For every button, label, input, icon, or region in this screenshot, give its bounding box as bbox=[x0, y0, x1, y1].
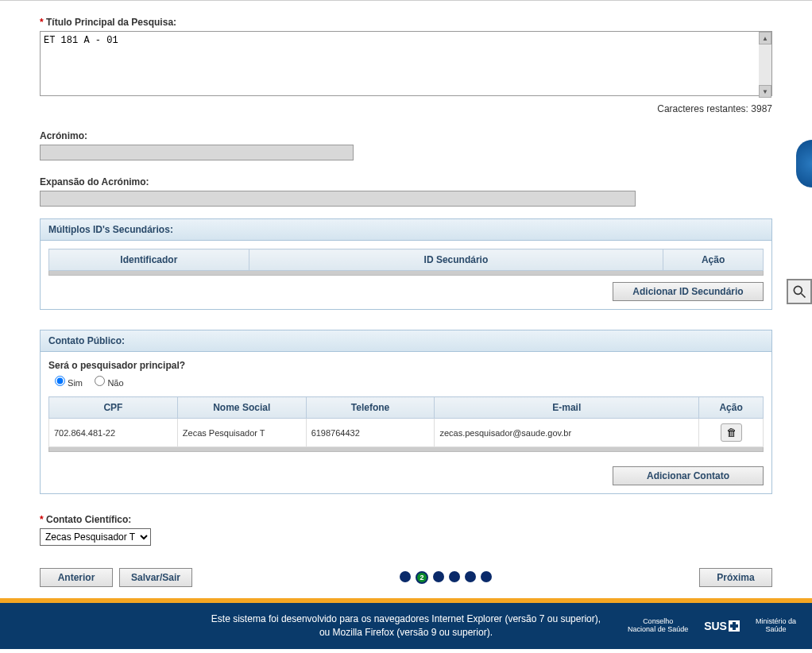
step-5[interactable] bbox=[465, 571, 476, 582]
expansao-label: Expansão do Acrónimo: bbox=[40, 176, 772, 187]
footer-line2: ou Mozilla Firefox (versão 9 ou superior… bbox=[211, 626, 601, 639]
step-2[interactable]: 2 bbox=[416, 571, 428, 584]
cell-email: zecas.pesquisador@saude.gov.br bbox=[435, 419, 699, 447]
expansao-input[interactable] bbox=[40, 191, 636, 207]
svg-line-1 bbox=[802, 294, 806, 298]
magnifier-icon bbox=[791, 284, 807, 299]
contato-cientifico-select[interactable]: Zecas Pesquisador T bbox=[40, 528, 151, 546]
multiplos-table: Identificador ID Secundário Ação bbox=[48, 249, 764, 271]
zoom-widget[interactable] bbox=[787, 279, 812, 304]
col-email: E-mail bbox=[435, 397, 699, 419]
cell-nome: Zecas Pesquisador T bbox=[177, 419, 306, 447]
col-tel: Telefone bbox=[306, 397, 435, 419]
contato-table: CPF Nome Social Telefone E-mail Ação 702… bbox=[48, 396, 764, 447]
multiplos-title: Múltiplos ID's Secundários: bbox=[41, 219, 771, 241]
add-contato-button[interactable]: Adicionar Contato bbox=[613, 466, 764, 485]
col-cpf: CPF bbox=[49, 397, 178, 419]
plus-icon bbox=[729, 620, 740, 632]
proxima-button[interactable]: Próxima bbox=[699, 568, 772, 587]
contato-publico-panel: Contato Público: Será o pesquisador prin… bbox=[40, 330, 772, 494]
radio-sim-label[interactable]: Sim bbox=[55, 378, 83, 388]
delete-row-button[interactable]: 🗑 bbox=[721, 423, 742, 442]
step-6[interactable] bbox=[481, 571, 492, 582]
titulo-textarea[interactable]: ET 181 A - 01 bbox=[40, 31, 772, 96]
step-4[interactable] bbox=[449, 571, 460, 582]
cell-tel: 6198764432 bbox=[306, 419, 435, 447]
titulo-label: * Título Principal da Pesquisa: bbox=[40, 17, 772, 28]
scroll-up-icon[interactable]: ▲ bbox=[759, 32, 771, 44]
col-acao: Ação bbox=[663, 249, 764, 271]
logo-conselho: ConselhoNacional de Saúde bbox=[628, 618, 688, 634]
footer-line1: Este sistema foi desenvolvido para os na… bbox=[211, 612, 601, 626]
principal-question: Será o pesquisador principal? bbox=[48, 360, 764, 371]
step-3[interactable] bbox=[433, 571, 444, 582]
contato-publico-title: Contato Público: bbox=[41, 330, 771, 352]
scroll-down-icon[interactable]: ▼ bbox=[759, 85, 771, 98]
acronimo-label: Acrónimo: bbox=[40, 130, 772, 141]
logo-sus: SUS bbox=[704, 620, 740, 632]
svg-point-0 bbox=[794, 286, 802, 294]
anterior-button[interactable]: Anterior bbox=[40, 568, 113, 587]
footer: Este sistema foi desenvolvido para os na… bbox=[0, 603, 812, 649]
col-acao2: Ação bbox=[699, 397, 764, 419]
radio-nao-label[interactable]: Não bbox=[95, 378, 123, 388]
col-id-sec: ID Secundário bbox=[249, 249, 663, 271]
table-row: 702.864.481-22 Zecas Pesquisador T 61987… bbox=[49, 419, 764, 447]
col-nome: Nome Social bbox=[177, 397, 306, 419]
step-indicator: 2 bbox=[400, 571, 492, 584]
side-widget[interactable] bbox=[796, 140, 812, 187]
radio-sim[interactable] bbox=[55, 376, 65, 386]
trash-icon: 🗑 bbox=[726, 427, 737, 439]
radio-nao[interactable] bbox=[95, 376, 105, 386]
col-identificador: Identificador bbox=[49, 249, 249, 271]
char-count: Caracteres restantes: 3987 bbox=[40, 103, 772, 114]
step-1[interactable] bbox=[400, 571, 411, 582]
textarea-scrollbar[interactable]: ▲ ▼ bbox=[759, 32, 771, 98]
multiplos-panel: Múltiplos ID's Secundários: Identificado… bbox=[40, 218, 772, 310]
contato-cientifico-label: * Contato Científico: bbox=[40, 514, 772, 525]
logo-ministerio: Ministério daSaúde bbox=[756, 618, 796, 634]
add-id-button[interactable]: Adicionar ID Secundário bbox=[613, 282, 764, 301]
acronimo-input[interactable] bbox=[40, 145, 354, 160]
salvar-button[interactable]: Salvar/Sair bbox=[119, 568, 192, 587]
cell-cpf: 702.864.481-22 bbox=[49, 419, 178, 447]
